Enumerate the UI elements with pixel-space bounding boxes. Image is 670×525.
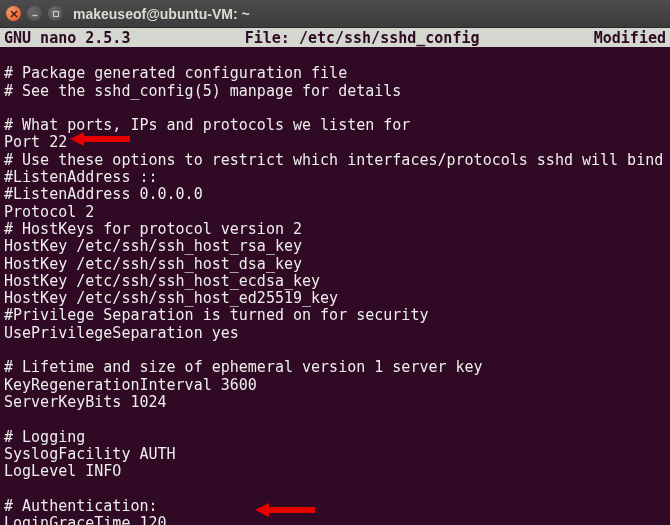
- minimize-button[interactable]: [27, 6, 42, 21]
- file-line: HostKey /etc/ssh/ssh_host_ecdsa_key: [4, 273, 666, 290]
- minimize-icon: [31, 10, 39, 18]
- file-line: # See the sshd_config(5) manpage for det…: [4, 83, 666, 100]
- file-line: # HostKeys for protocol version 2: [4, 221, 666, 238]
- file-line: # Package generated configuration file: [4, 65, 666, 82]
- nano-version: GNU nano 2.5.3: [4, 29, 150, 47]
- nano-file-label: File:: [245, 29, 290, 47]
- file-line: HostKey /etc/ssh/ssh_host_dsa_key: [4, 256, 666, 273]
- nano-header: GNU nano 2.5.3 File: /etc/ssh/sshd_confi…: [0, 28, 670, 47]
- window-controls: [6, 6, 63, 21]
- file-line: SyslogFacility AUTH: [4, 446, 666, 463]
- file-line: #Privilege Separation is turned on for s…: [4, 307, 666, 324]
- file-line: HostKey /etc/ssh/ssh_host_ed25519_key: [4, 290, 666, 307]
- file-line: LoginGraceTime 120: [4, 515, 666, 525]
- file-line: HostKey /etc/ssh/ssh_host_rsa_key: [4, 238, 666, 255]
- nano-file: File: /etc/ssh/sshd_config: [150, 29, 573, 47]
- file-line: # What ports, IPs and protocols we liste…: [4, 117, 666, 134]
- window-title: makeuseof@ubuntu-VM: ~: [73, 6, 250, 22]
- window-titlebar: makeuseof@ubuntu-VM: ~: [0, 0, 670, 28]
- file-line: KeyRegenerationInterval 3600: [4, 377, 666, 394]
- close-button[interactable]: [6, 6, 21, 21]
- file-line: Protocol 2: [4, 204, 666, 221]
- file-line: #ListenAddress ::: [4, 169, 666, 186]
- file-line: Port 22: [4, 134, 666, 151]
- file-line: [4, 411, 666, 428]
- file-line: #ListenAddress 0.0.0.0: [4, 186, 666, 203]
- svg-rect-0: [53, 11, 58, 16]
- file-line: ServerKeyBits 1024: [4, 394, 666, 411]
- file-line: LogLevel INFO: [4, 463, 666, 480]
- file-line: # Authentication:: [4, 498, 666, 515]
- file-line: # Use these options to restrict which in…: [4, 152, 666, 169]
- maximize-icon: [52, 10, 60, 18]
- nano-status: Modified: [574, 29, 666, 47]
- file-line: [4, 100, 666, 117]
- file-line: [4, 480, 666, 497]
- file-line: # Logging: [4, 429, 666, 446]
- file-line: [4, 342, 666, 359]
- file-line: [4, 48, 666, 65]
- terminal-content[interactable]: # Package generated configuration file# …: [0, 47, 670, 525]
- file-line: UsePrivilegeSeparation yes: [4, 325, 666, 342]
- nano-file-path: /etc/ssh/sshd_config: [299, 29, 480, 47]
- close-icon: [10, 10, 18, 18]
- file-line: # Lifetime and size of ephemeral version…: [4, 359, 666, 376]
- maximize-button[interactable]: [48, 6, 63, 21]
